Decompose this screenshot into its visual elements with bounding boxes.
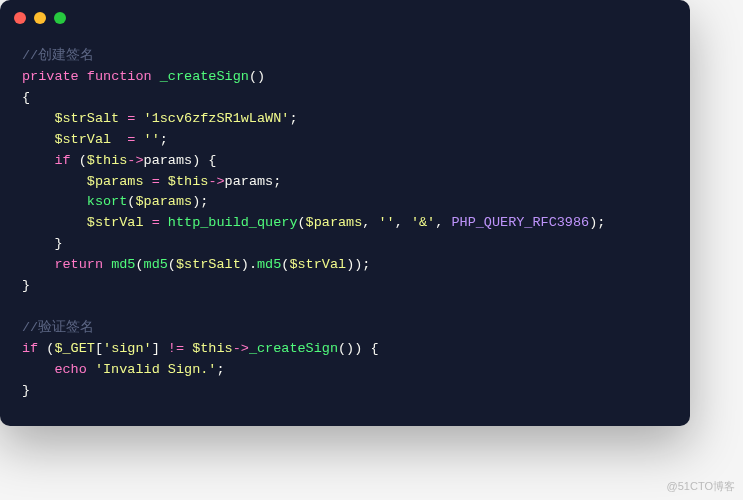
kw-return: return <box>54 257 103 272</box>
var-strSalt: $strSalt <box>54 111 119 126</box>
str-amp: '&' <box>411 215 435 230</box>
kw-echo: echo <box>54 362 86 377</box>
fn-md5: md5 <box>111 257 135 272</box>
fn-ksort: ksort <box>87 194 128 209</box>
var-strVal: $strVal <box>54 132 111 147</box>
var-params: $params <box>87 174 144 189</box>
var-this: $this <box>87 153 128 168</box>
key-sign: 'sign' <box>103 341 152 356</box>
kw-if: if <box>54 153 70 168</box>
fn-name: _createSign <box>160 69 249 84</box>
const-rfc: PHP_QUERY_RFC3986 <box>451 215 589 230</box>
prop-params: params <box>144 153 193 168</box>
window-titlebar <box>0 0 690 36</box>
kw-function: function <box>87 69 152 84</box>
val-strSalt: '1scv6zfzSR1wLaWN' <box>144 111 290 126</box>
code-content: //创建签名 private function _createSign() { … <box>0 36 690 426</box>
maximize-icon[interactable] <box>54 12 66 24</box>
fn-hbq: http_build_query <box>168 215 298 230</box>
watermark: @51CTO博客 <box>667 479 735 494</box>
close-icon[interactable] <box>14 12 26 24</box>
str-invalid: 'Invalid Sign.' <box>95 362 217 377</box>
var-get: $_GET <box>54 341 95 356</box>
code-window: //创建签名 private function _createSign() { … <box>0 0 690 426</box>
op-neq: != <box>168 341 184 356</box>
kw-private: private <box>22 69 79 84</box>
comment-create: //创建签名 <box>22 48 94 63</box>
comment-verify: //验证签名 <box>22 320 94 335</box>
val-empty: '' <box>144 132 160 147</box>
minimize-icon[interactable] <box>34 12 46 24</box>
fn-createSign: _createSign <box>249 341 338 356</box>
